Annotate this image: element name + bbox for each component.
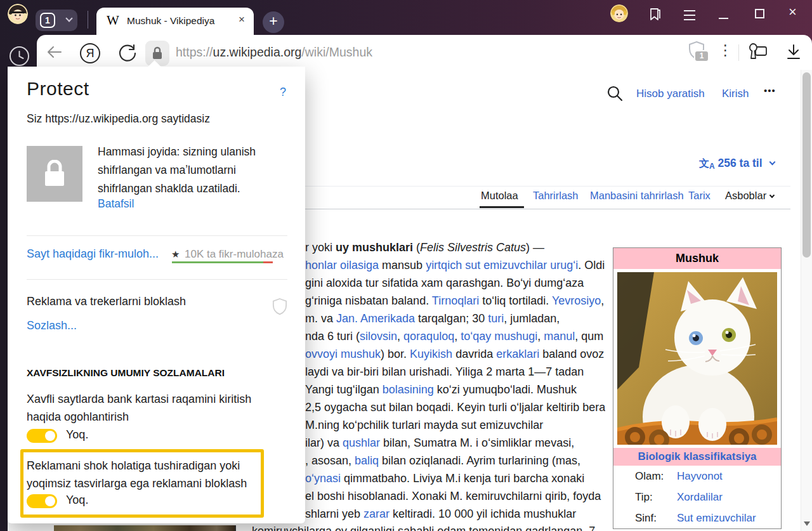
avatar-girl-icon xyxy=(8,4,28,24)
article-link[interactable]: erkaklari xyxy=(496,348,539,360)
key-card-icon xyxy=(747,42,769,61)
chevron-down-icon[interactable] xyxy=(65,15,72,22)
article-link[interactable]: yirtqich sut emizuvchilar urugʻi xyxy=(426,259,578,272)
star-icon: ★ xyxy=(171,249,180,260)
bank-warning-label: Xavfli saytlarda bank kartasi raqamini k… xyxy=(27,390,277,426)
downloads-button[interactable] xyxy=(785,43,802,61)
article-text: r yoki uy mushuklari (Felis Silvestris C… xyxy=(305,239,605,525)
login-link[interactable]: Kirish xyxy=(722,88,749,100)
taxobox-link[interactable]: Hayvonot xyxy=(677,470,723,483)
divider xyxy=(27,279,287,280)
bookmarks-button[interactable] xyxy=(648,7,662,22)
scrollbar-thumb[interactable] xyxy=(802,72,811,258)
bank-warning-toggle[interactable] xyxy=(27,429,57,443)
kebab-menu-button[interactable]: ⋮ xyxy=(718,42,733,59)
kitten-photo[interactable] xyxy=(617,272,777,445)
tab-separator xyxy=(88,11,88,29)
article-link[interactable]: honlar oilasiga xyxy=(305,259,379,272)
article-link[interactable]: Tirnoqlari xyxy=(432,294,479,307)
tab-group-pill[interactable]: 1 xyxy=(36,10,77,31)
taxobox-rows: Olam:HayvonotTip:XordalilarSinf:Sut emiz… xyxy=(613,466,781,528)
toolbar-separator xyxy=(738,44,739,61)
adblock-settings-link[interactable]: Sozlash... xyxy=(27,319,77,332)
details-link[interactable]: Batafsil xyxy=(98,197,134,211)
protect-panel: Protect ? Siz https://uz.wikipedia.org s… xyxy=(8,67,305,523)
clock-icon xyxy=(9,46,30,67)
history-button[interactable] xyxy=(9,46,30,67)
article-link[interactable]: baliq xyxy=(355,454,379,467)
url-field[interactable]: https://uz.wikipedia.org/wiki/Mushuk xyxy=(176,45,372,60)
article-link[interactable]: manul xyxy=(544,330,575,343)
taxobox-label: Sinf: xyxy=(613,512,677,525)
thumbnail-photo-sliver xyxy=(54,525,235,531)
active-tab-underline xyxy=(480,206,524,208)
article-link[interactable]: oʻynasi xyxy=(305,472,341,485)
scrollbar-down-arrow[interactable] xyxy=(804,521,810,526)
classification-header: Biologik klassifikatsiya xyxy=(613,448,781,466)
article-link[interactable]: qoraquloq xyxy=(403,330,454,343)
rating-count-label[interactable]: 10K ta fikr-mulohaza xyxy=(185,248,284,261)
tab-title: Mushuk - Vikipediya xyxy=(127,15,214,27)
connection-status-text: Hammasi joyida: sizning ulanish shifrlan… xyxy=(98,143,291,198)
taxobox-link[interactable]: Sut emizuvchilar xyxy=(677,512,756,525)
taxobox: Mushuk xyxy=(613,247,782,529)
bank-warning-state: Yoq. xyxy=(66,428,88,442)
user-avatar-button[interactable] xyxy=(610,4,628,22)
tab-read[interactable]: Mutolaa xyxy=(481,190,518,202)
tab-history[interactable]: Tarix xyxy=(688,190,710,202)
site-security-button[interactable] xyxy=(145,41,169,66)
tab-close-icon[interactable]: × xyxy=(239,13,245,26)
page-scrollbar[interactable] xyxy=(801,70,812,531)
url-scheme: https:// xyxy=(176,45,213,59)
back-arrow-icon xyxy=(46,44,63,60)
tab-tools[interactable]: Asboblar xyxy=(725,190,774,202)
help-link[interactable]: ? xyxy=(280,86,286,99)
chevron-down-icon xyxy=(769,193,775,198)
adblock-label: Reklama va trekerlarni bloklash xyxy=(27,295,186,308)
avatar-girl-icon xyxy=(610,4,628,22)
taxobox-link[interactable]: Xordalilar xyxy=(677,491,723,504)
tab-edit-source[interactable]: Manbasini tahrirlash xyxy=(590,190,684,202)
url-host: uz.wikipedia.org xyxy=(213,45,302,59)
protect-shield-button[interactable]: 1 xyxy=(688,41,705,60)
menu-button[interactable] xyxy=(684,10,695,20)
site-feedback-link[interactable]: Sayt haqidagi fikr-muloh... xyxy=(27,247,159,261)
lock-icon xyxy=(43,160,66,188)
article-link[interactable]: turi xyxy=(488,312,504,325)
shield-outline-icon xyxy=(272,298,287,315)
blocked-count-badge: 1 xyxy=(694,50,709,62)
security-section-heading: XAVFSIZLIKNING UMUMIY SOZLAMALARI xyxy=(27,367,225,379)
close-window-button[interactable]: × xyxy=(789,4,797,20)
new-tab-button[interactable]: + xyxy=(263,11,284,33)
create-account-link[interactable]: Hisob yaratish xyxy=(636,88,705,100)
more-options-button[interactable]: ••• xyxy=(764,85,776,96)
search-button[interactable] xyxy=(606,85,623,102)
reload-button[interactable] xyxy=(118,44,137,63)
tab-edit[interactable]: Tahrirlash xyxy=(533,190,579,202)
passwords-button[interactable] xyxy=(747,42,769,61)
active-tab[interactable]: W Mushuk - Vikipediya × xyxy=(96,8,254,37)
article-link[interactable]: silovsin xyxy=(360,330,397,343)
profile-avatar[interactable] xyxy=(8,4,28,24)
article-link[interactable]: Yevrosiyo xyxy=(552,294,601,307)
language-selector[interactable]: 文A 256 ta til xyxy=(699,157,775,171)
minimize-button[interactable] xyxy=(719,18,728,19)
tab-count-badge: 1 xyxy=(40,13,55,28)
clipped-text-line: kemiruvchilarga ov qilganligi sababli od… xyxy=(252,525,607,531)
back-button[interactable] xyxy=(46,44,63,60)
article-link[interactable]: toʻqay mushugi xyxy=(461,330,537,343)
article-link[interactable]: Jan. Amerikada xyxy=(336,312,415,325)
article-link[interactable]: bolasining xyxy=(383,383,434,396)
article-link[interactable]: zarar xyxy=(363,508,390,520)
protect-title: Protect xyxy=(27,78,89,100)
secure-lock-tile xyxy=(27,146,82,202)
article-link[interactable]: ovvoyi mushuk xyxy=(305,348,381,360)
shock-ads-toggle[interactable] xyxy=(27,494,57,508)
maximize-button[interactable] xyxy=(755,9,764,18)
yandex-button[interactable]: Я xyxy=(80,43,100,63)
download-icon xyxy=(785,43,802,61)
rating-bar-negative xyxy=(263,261,273,263)
article-link[interactable]: qushlar xyxy=(343,436,380,449)
article-link[interactable]: Kuyikish xyxy=(410,348,452,360)
tabbar-top-border xyxy=(298,186,790,187)
